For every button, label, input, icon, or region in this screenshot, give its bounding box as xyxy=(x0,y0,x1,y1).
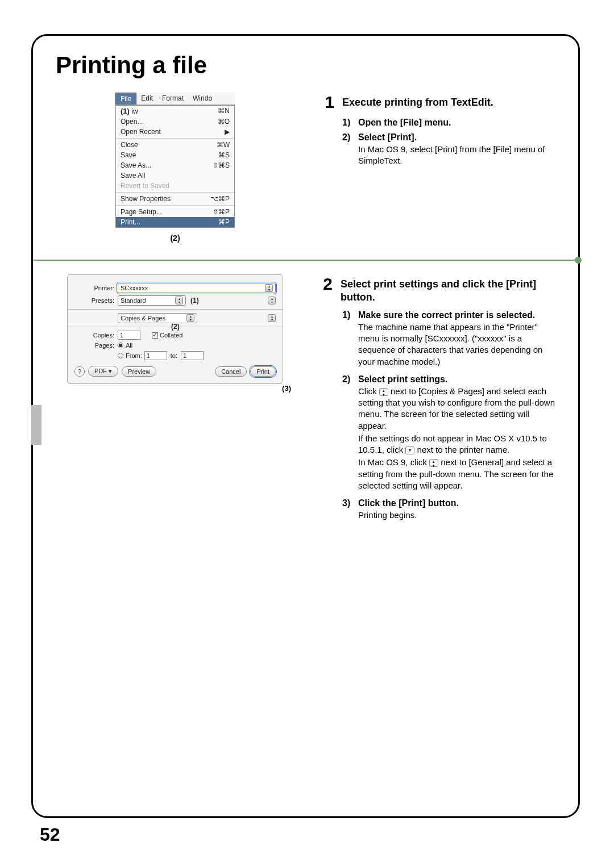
step1-number: 1 xyxy=(312,93,334,112)
step2-sub3-num: 3) xyxy=(342,498,358,508)
step1-sub1-num: 1) xyxy=(342,118,358,128)
step2-sub2-body-a: Click ▴▾ next to [Copies & Pages] and se… xyxy=(358,386,555,432)
menu-format[interactable]: Format xyxy=(157,93,188,105)
step2-sub1-head: Make sure the correct printer is selecte… xyxy=(358,310,535,320)
page-title: Printing a file xyxy=(56,52,555,79)
cancel-button[interactable]: Cancel xyxy=(215,366,247,377)
menu-row-save-all[interactable]: Save All xyxy=(116,170,234,181)
callout-2: (2) xyxy=(56,233,294,243)
stepper-icon: ▴▾ xyxy=(186,314,194,322)
pages-label: Pages: xyxy=(74,342,114,349)
step2-sub2-head: Select print settings. xyxy=(358,374,447,385)
menu-row-revert: Revert to Saved xyxy=(116,181,234,191)
step2-heading: Select print settings and click the [Pri… xyxy=(341,274,555,304)
to-label: to: xyxy=(171,352,177,359)
menu-row-open-recent[interactable]: Open Recent▶ xyxy=(116,127,234,137)
menu-row-page-setup[interactable]: Page Setup...⇧⌘P xyxy=(116,207,234,217)
menu-row-open[interactable]: Open...⌘O xyxy=(116,116,234,127)
step1-heading: Execute printing from TextEdit. xyxy=(342,93,493,112)
step2-sub1-num: 1) xyxy=(342,310,358,320)
menu-file[interactable]: File xyxy=(115,93,136,105)
file-menu: File Edit Format Windo (1) iw ⌘N Open...… xyxy=(115,93,235,228)
page-number: 52 xyxy=(40,824,60,845)
from-label: From: xyxy=(126,352,142,359)
section-divider xyxy=(33,260,578,261)
menu-separator xyxy=(116,192,234,193)
printer-label: Printer: xyxy=(74,285,114,291)
from-input[interactable]: 1 xyxy=(144,351,167,360)
section-select[interactable]: Copies & Pages ▴▾ xyxy=(118,313,197,323)
stepper-icon: ▴▾ xyxy=(175,297,183,304)
step2-sub2-body-c: In Mac OS 9, click ▴▾ next to [General] … xyxy=(358,457,555,491)
menu-row-save-as[interactable]: Save As...⇧⌘S xyxy=(116,160,234,170)
stepper-icon: ▴▾ xyxy=(265,284,273,292)
print-button[interactable]: Print xyxy=(250,366,276,377)
printer-select[interactable]: SCxxxxxx ▴▾ xyxy=(118,283,276,293)
stepper-icon[interactable]: ▴▾ xyxy=(268,314,276,322)
step1-sub2-num: 2) xyxy=(342,132,358,143)
side-tab xyxy=(31,405,42,445)
section-2: Printer: SCxxxxxx ▴▾ Presets: Standard ▴… xyxy=(56,274,555,521)
step1-sub2-head: Select [Print]. xyxy=(358,132,417,143)
menu-row-new[interactable]: (1) iw ⌘N xyxy=(116,106,234,116)
pages-from-radio[interactable] xyxy=(118,353,123,358)
collated-label: Collated xyxy=(160,332,182,339)
step2-sub3-body: Printing begins. xyxy=(358,510,555,521)
step2-sub2-num: 2) xyxy=(342,374,358,385)
updown-icon: ▴▾ xyxy=(379,388,388,396)
collated-checkbox[interactable] xyxy=(152,332,158,339)
preview-button[interactable]: Preview xyxy=(122,366,156,377)
section-1: File Edit Format Windo (1) iw ⌘N Open...… xyxy=(56,93,555,243)
step1-note: In Mac OS 9, select [Print] from the [Fi… xyxy=(358,144,555,167)
step2-number: 2 xyxy=(312,274,333,304)
pages-all-label: All xyxy=(126,342,132,349)
menu-body: (1) iw ⌘N Open...⌘O Open Recent▶ Close⌘W… xyxy=(115,105,235,228)
annot-2: (2) xyxy=(171,323,180,331)
step2-sub3-head: Click the [Print] button. xyxy=(358,498,459,508)
copies-input[interactable]: 1 xyxy=(118,331,140,340)
step2-text: 2 Select print settings and click the [P… xyxy=(312,274,555,521)
page-frame: Printing a file File Edit Format Windo (… xyxy=(31,34,580,818)
presets-label: Presets: xyxy=(74,297,114,304)
print-dialog: Printer: SCxxxxxx ▴▾ Presets: Standard ▴… xyxy=(67,274,283,384)
step1-sub1-head: Open the [File] menu. xyxy=(358,118,451,128)
annot-3: (3) xyxy=(56,384,294,393)
menu-row-save[interactable]: Save⌘S xyxy=(116,150,234,160)
updown-icon: ▴▾ xyxy=(429,459,438,467)
menu-row-close[interactable]: Close⌘W xyxy=(116,140,234,150)
annot-1: (1) xyxy=(190,297,199,304)
step2-sub1-body: The machine name that appears in the "Pr… xyxy=(358,322,555,368)
menubar: File Edit Format Windo xyxy=(115,93,235,105)
callout-1-inline: (1) xyxy=(121,107,130,115)
presets-select[interactable]: Standard ▴▾ xyxy=(118,295,186,306)
dialog-separator xyxy=(68,309,283,310)
to-input[interactable]: 1 xyxy=(181,351,204,360)
pdf-button[interactable]: PDF ▾ xyxy=(88,366,118,377)
step2-sub2-body-b: If the settings do not appear in Mac OS … xyxy=(358,433,555,456)
menu-row-print[interactable]: Print...⌘P xyxy=(116,217,234,227)
menu-separator xyxy=(116,205,234,206)
menu-window[interactable]: Windo xyxy=(188,93,217,105)
help-button[interactable]: ? xyxy=(74,366,85,377)
pages-all-radio[interactable] xyxy=(118,343,123,348)
figure-file-menu: File Edit Format Windo (1) iw ⌘N Open...… xyxy=(56,93,294,243)
figure-print-dialog: Printer: SCxxxxxx ▴▾ Presets: Standard ▴… xyxy=(56,274,294,521)
stepper-icon[interactable]: ▴▾ xyxy=(268,297,276,304)
step1-text: 1 Execute printing from TextEdit. 1) Ope… xyxy=(312,93,555,243)
dropdown-icon: ▾ xyxy=(405,446,414,454)
copies-label: Copies: xyxy=(74,332,114,339)
menu-row-show-properties[interactable]: Show Properties⌥⌘P xyxy=(116,194,234,204)
menu-edit[interactable]: Edit xyxy=(136,93,157,105)
menu-separator xyxy=(116,138,234,139)
